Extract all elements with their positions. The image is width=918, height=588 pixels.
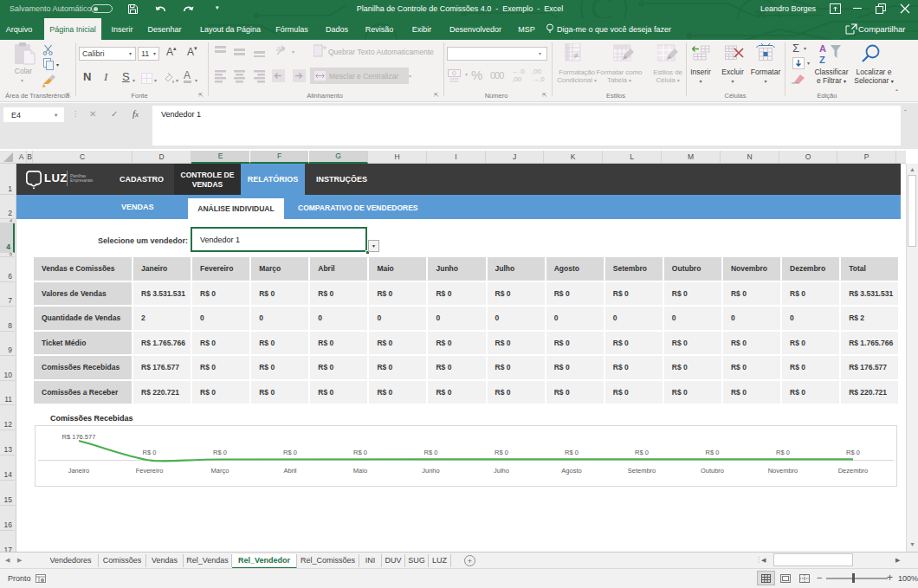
svg-text:Janeiro: Janeiro bbox=[68, 467, 90, 475]
svg-text:Julho: Julho bbox=[494, 467, 509, 475]
svg-text:R$ 0: R$ 0 bbox=[565, 449, 579, 456]
svg-text:R$ 0: R$ 0 bbox=[846, 449, 860, 456]
svg-text:R$ 0: R$ 0 bbox=[213, 449, 227, 456]
svg-text:R$ 0: R$ 0 bbox=[776, 449, 790, 456]
svg-text:Agosto: Agosto bbox=[561, 467, 581, 475]
svg-text:Dezembro: Dezembro bbox=[838, 467, 869, 475]
svg-text:ab: ab bbox=[276, 44, 285, 53]
svg-text:R$ 0: R$ 0 bbox=[424, 449, 438, 456]
svg-text:R$ 0: R$ 0 bbox=[706, 449, 720, 456]
svg-text:Abril: Abril bbox=[283, 467, 296, 475]
svg-text:Fevereiro: Fevereiro bbox=[136, 467, 164, 475]
svg-text:Março: Março bbox=[211, 467, 230, 475]
svg-text:R$ 0: R$ 0 bbox=[495, 449, 508, 456]
svg-text:R$ 0: R$ 0 bbox=[353, 449, 367, 456]
svg-text:≠: ≠ bbox=[573, 50, 579, 61]
svg-text:Z: Z bbox=[819, 55, 825, 65]
svg-text:Junho: Junho bbox=[422, 467, 439, 475]
svg-text:Novembro: Novembro bbox=[768, 467, 798, 475]
svg-text:A: A bbox=[819, 43, 826, 54]
svg-text:R$ 0: R$ 0 bbox=[283, 449, 297, 456]
svg-text:Outubro: Outubro bbox=[701, 467, 724, 475]
svg-text:R$ 0: R$ 0 bbox=[635, 449, 649, 456]
svg-text:Maio: Maio bbox=[353, 467, 367, 475]
svg-text:R$ 0: R$ 0 bbox=[143, 449, 157, 456]
svg-text:R$ 176.577: R$ 176.577 bbox=[62, 433, 96, 441]
svg-text:Setembro: Setembro bbox=[628, 467, 656, 475]
